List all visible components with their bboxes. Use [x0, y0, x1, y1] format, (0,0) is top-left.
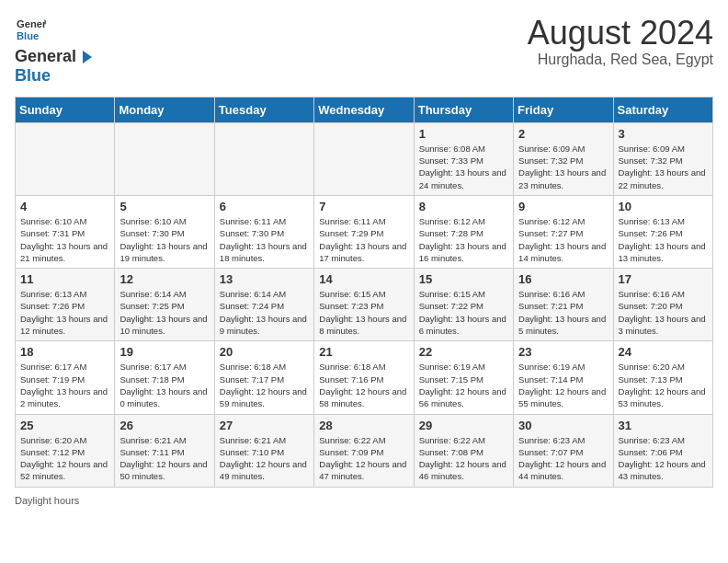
calendar-week-row: 11Sunrise: 6:13 AM Sunset: 7:26 PM Dayli…: [16, 269, 713, 341]
calendar-cell: 28Sunrise: 6:22 AM Sunset: 7:09 PM Dayli…: [314, 414, 414, 487]
month-year-title: August 2024: [528, 15, 713, 52]
day-of-week-header: Friday: [514, 97, 613, 122]
day-number: 31: [619, 419, 708, 432]
calendar-cell: 17Sunrise: 6:16 AM Sunset: 7:20 PM Dayli…: [613, 269, 712, 341]
day-info: Sunrise: 6:13 AM Sunset: 7:26 PM Dayligh…: [619, 215, 708, 264]
day-info: Sunrise: 6:14 AM Sunset: 7:25 PM Dayligh…: [119, 288, 209, 337]
calendar-cell: [214, 122, 313, 195]
calendar-cell: 29Sunrise: 6:22 AM Sunset: 7:08 PM Dayli…: [414, 414, 513, 487]
calendar-cell: 26Sunrise: 6:21 AM Sunset: 7:11 PM Dayli…: [115, 414, 214, 487]
day-info: Sunrise: 6:15 AM Sunset: 7:23 PM Dayligh…: [319, 288, 408, 337]
calendar-cell: 22Sunrise: 6:19 AM Sunset: 7:15 PM Dayli…: [414, 341, 513, 414]
day-number: 2: [518, 127, 608, 141]
calendar-cell: 25Sunrise: 6:20 AM Sunset: 7:12 PM Dayli…: [16, 414, 115, 487]
day-number: 14: [319, 272, 408, 286]
calendar-table: SundayMondayTuesdayWednesdayThursdayFrid…: [15, 97, 713, 488]
day-of-week-header: Wednesday: [314, 97, 414, 122]
day-info: Sunrise: 6:12 AM Sunset: 7:28 PM Dayligh…: [419, 215, 508, 264]
day-info: Sunrise: 6:23 AM Sunset: 7:07 PM Dayligh…: [518, 434, 608, 483]
day-number: 23: [518, 345, 608, 359]
day-number: 20: [220, 345, 309, 359]
day-of-week-header: Thursday: [414, 97, 513, 122]
calendar-cell: 7Sunrise: 6:11 AM Sunset: 7:29 PM Daylig…: [314, 195, 414, 268]
calendar-cell: [314, 122, 414, 195]
day-info: Sunrise: 6:10 AM Sunset: 7:31 PM Dayligh…: [20, 215, 109, 264]
day-info: Sunrise: 6:20 AM Sunset: 7:12 PM Dayligh…: [20, 434, 109, 483]
day-info: Sunrise: 6:23 AM Sunset: 7:06 PM Dayligh…: [619, 434, 708, 483]
page-header: General Blue General Blue August 2024 Hu…: [15, 15, 713, 86]
day-info: Sunrise: 6:21 AM Sunset: 7:10 PM Dayligh…: [220, 434, 309, 483]
day-number: 22: [419, 345, 508, 359]
day-info: Sunrise: 6:22 AM Sunset: 7:08 PM Dayligh…: [419, 434, 508, 483]
day-number: 24: [619, 345, 708, 359]
calendar-cell: 3Sunrise: 6:09 AM Sunset: 7:32 PM Daylig…: [613, 122, 712, 195]
day-info: Sunrise: 6:12 AM Sunset: 7:27 PM Dayligh…: [518, 215, 608, 264]
day-number: 30: [518, 419, 608, 432]
calendar-week-row: 4Sunrise: 6:10 AM Sunset: 7:31 PM Daylig…: [16, 195, 713, 268]
logo-icon: General Blue: [17, 15, 46, 44]
day-number: 27: [220, 419, 309, 432]
calendar-cell: 2Sunrise: 6:09 AM Sunset: 7:32 PM Daylig…: [514, 122, 613, 195]
calendar-cell: 10Sunrise: 6:13 AM Sunset: 7:26 PM Dayli…: [613, 195, 712, 268]
day-info: Sunrise: 6:22 AM Sunset: 7:09 PM Dayligh…: [319, 434, 408, 483]
day-number: 9: [518, 200, 608, 213]
calendar-cell: 1Sunrise: 6:08 AM Sunset: 7:33 PM Daylig…: [414, 122, 513, 195]
svg-text:General: General: [17, 18, 46, 29]
day-info: Sunrise: 6:16 AM Sunset: 7:21 PM Dayligh…: [518, 288, 608, 337]
footer: Daylight hours: [15, 495, 713, 506]
day-info: Sunrise: 6:14 AM Sunset: 7:24 PM Dayligh…: [220, 288, 309, 337]
day-info: Sunrise: 6:16 AM Sunset: 7:20 PM Dayligh…: [619, 288, 708, 337]
day-number: 13: [220, 272, 309, 286]
day-info: Sunrise: 6:09 AM Sunset: 7:32 PM Dayligh…: [518, 143, 608, 191]
calendar-cell: 21Sunrise: 6:18 AM Sunset: 7:16 PM Dayli…: [314, 341, 414, 414]
day-number: 6: [220, 200, 309, 213]
title-block: August 2024 Hurghada, Red Sea, Egypt: [528, 15, 713, 68]
day-info: Sunrise: 6:11 AM Sunset: 7:29 PM Dayligh…: [319, 215, 408, 264]
calendar-cell: 16Sunrise: 6:16 AM Sunset: 7:21 PM Dayli…: [514, 269, 613, 341]
calendar-cell: 23Sunrise: 6:19 AM Sunset: 7:14 PM Dayli…: [514, 341, 613, 414]
day-number: 28: [319, 419, 408, 432]
svg-marker-3: [83, 51, 92, 63]
day-of-week-header: Sunday: [16, 97, 115, 122]
day-info: Sunrise: 6:08 AM Sunset: 7:33 PM Dayligh…: [419, 143, 508, 191]
calendar-body: 1Sunrise: 6:08 AM Sunset: 7:33 PM Daylig…: [16, 122, 713, 487]
day-info: Sunrise: 6:10 AM Sunset: 7:30 PM Dayligh…: [119, 215, 209, 264]
day-number: 16: [518, 272, 608, 286]
logo-general: General: [15, 48, 76, 66]
calendar-header: SundayMondayTuesdayWednesdayThursdayFrid…: [16, 97, 713, 122]
day-number: 26: [119, 419, 209, 432]
day-number: 8: [419, 200, 508, 213]
header-row: SundayMondayTuesdayWednesdayThursdayFrid…: [16, 97, 713, 122]
day-info: Sunrise: 6:18 AM Sunset: 7:16 PM Dayligh…: [319, 361, 408, 409]
day-number: 18: [20, 345, 109, 359]
day-info: Sunrise: 6:18 AM Sunset: 7:17 PM Dayligh…: [220, 361, 309, 409]
calendar-week-row: 18Sunrise: 6:17 AM Sunset: 7:19 PM Dayli…: [16, 341, 713, 414]
calendar-cell: 13Sunrise: 6:14 AM Sunset: 7:24 PM Dayli…: [214, 269, 313, 341]
calendar-cell: 24Sunrise: 6:20 AM Sunset: 7:13 PM Dayli…: [613, 341, 712, 414]
svg-text:Blue: Blue: [17, 30, 39, 41]
day-info: Sunrise: 6:09 AM Sunset: 7:32 PM Dayligh…: [619, 143, 708, 191]
day-info: Sunrise: 6:19 AM Sunset: 7:15 PM Dayligh…: [419, 361, 508, 409]
calendar-cell: 19Sunrise: 6:17 AM Sunset: 7:18 PM Dayli…: [115, 341, 214, 414]
day-number: 11: [20, 272, 109, 286]
day-number: 10: [619, 200, 708, 213]
day-info: Sunrise: 6:20 AM Sunset: 7:13 PM Dayligh…: [619, 361, 708, 409]
calendar-week-row: 1Sunrise: 6:08 AM Sunset: 7:33 PM Daylig…: [16, 122, 713, 195]
calendar-cell: 14Sunrise: 6:15 AM Sunset: 7:23 PM Dayli…: [314, 269, 414, 341]
calendar-cell: 30Sunrise: 6:23 AM Sunset: 7:07 PM Dayli…: [514, 414, 613, 487]
day-info: Sunrise: 6:13 AM Sunset: 7:26 PM Dayligh…: [20, 288, 109, 337]
calendar-week-row: 25Sunrise: 6:20 AM Sunset: 7:12 PM Dayli…: [16, 414, 713, 487]
day-number: 7: [319, 200, 408, 213]
day-info: Sunrise: 6:15 AM Sunset: 7:22 PM Dayligh…: [419, 288, 508, 337]
day-number: 17: [619, 272, 708, 286]
calendar-cell: 8Sunrise: 6:12 AM Sunset: 7:28 PM Daylig…: [414, 195, 513, 268]
day-info: Sunrise: 6:21 AM Sunset: 7:11 PM Dayligh…: [119, 434, 209, 483]
calendar-cell: 4Sunrise: 6:10 AM Sunset: 7:31 PM Daylig…: [16, 195, 115, 268]
calendar-cell: 9Sunrise: 6:12 AM Sunset: 7:27 PM Daylig…: [514, 195, 613, 268]
calendar-cell: 20Sunrise: 6:18 AM Sunset: 7:17 PM Dayli…: [214, 341, 313, 414]
calendar-cell: 15Sunrise: 6:15 AM Sunset: 7:22 PM Dayli…: [414, 269, 513, 341]
calendar-cell: 6Sunrise: 6:11 AM Sunset: 7:30 PM Daylig…: [214, 195, 313, 268]
day-number: 29: [419, 419, 508, 432]
day-of-week-header: Saturday: [613, 97, 712, 122]
calendar-cell: [16, 122, 115, 195]
